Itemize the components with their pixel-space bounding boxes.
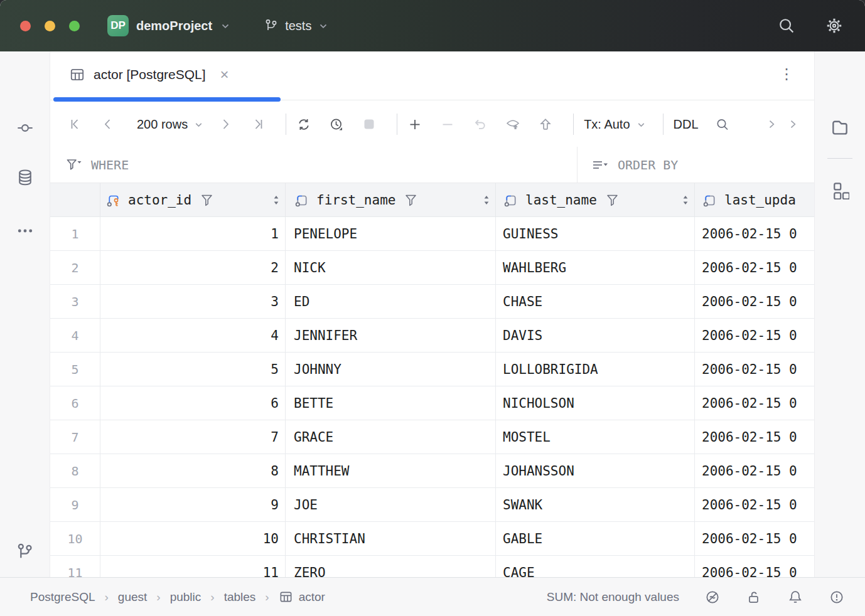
cell-last-update[interactable]: 2006-02-15 0 xyxy=(695,251,814,284)
tab-actor-postgresql[interactable]: actor [PostgreSQL] × xyxy=(63,51,235,97)
cell-last-update[interactable]: 2006-02-15 0 xyxy=(695,285,814,318)
search-icon[interactable] xyxy=(777,16,796,35)
commit-icon[interactable] xyxy=(16,119,34,137)
cell-last-update[interactable]: 2006-02-15 0 xyxy=(695,522,814,555)
page-size-selector[interactable]: 200 rows xyxy=(137,117,204,132)
unlocked-icon[interactable] xyxy=(746,589,762,605)
history-clock-icon[interactable] xyxy=(329,117,344,132)
cell-last-name[interactable]: GUINESS xyxy=(496,217,695,250)
cell-last-update[interactable]: 2006-02-15 0 xyxy=(695,319,814,352)
more-tool-windows-icon[interactable] xyxy=(16,222,34,240)
breadcrumb-public[interactable]: public xyxy=(170,590,201,604)
row-number[interactable]: 9 xyxy=(50,488,100,521)
submit-icon[interactable] xyxy=(538,117,553,132)
cell-actor-id[interactable]: 5 xyxy=(100,353,286,386)
row-number[interactable]: 11 xyxy=(50,556,100,577)
preview-changes-icon[interactable] xyxy=(505,117,520,132)
row-number[interactable]: 8 xyxy=(50,454,100,487)
cell-last-name[interactable]: MOSTEL xyxy=(496,420,695,454)
column-filter-funnel-icon[interactable] xyxy=(606,193,620,207)
row-number[interactable]: 10 xyxy=(50,522,100,555)
sort-toggle-icon[interactable] xyxy=(483,194,490,206)
cell-first-name[interactable]: ED xyxy=(286,285,496,318)
row-number[interactable]: 3 xyxy=(50,285,100,318)
column-filter-funnel-icon[interactable] xyxy=(404,193,418,207)
column-header-first-name[interactable]: first_name xyxy=(286,183,496,216)
close-tab-icon[interactable]: × xyxy=(220,67,229,82)
cell-last-name[interactable]: JOHANSSON xyxy=(496,454,695,487)
aggregate-status[interactable]: SUM: Not enough values xyxy=(547,590,679,604)
cell-actor-id[interactable]: 2 xyxy=(100,251,286,284)
chevron-right-icon[interactable] xyxy=(785,117,800,132)
cell-last-name[interactable]: NICHOLSON xyxy=(496,386,695,420)
git-tool-window-icon[interactable] xyxy=(15,542,35,562)
cell-last-update[interactable]: 2006-02-15 0 xyxy=(695,556,814,577)
row-number[interactable]: 4 xyxy=(50,319,100,352)
ddl-button[interactable]: DDL xyxy=(674,117,699,132)
cell-actor-id[interactable]: 4 xyxy=(100,319,286,352)
last-page-icon[interactable] xyxy=(250,117,266,132)
cell-last-name[interactable]: GABLE xyxy=(496,522,695,555)
row-number-header[interactable] xyxy=(50,183,100,216)
sort-toggle-icon[interactable] xyxy=(272,194,280,206)
breadcrumb-guest[interactable]: guest xyxy=(118,590,147,604)
row-number[interactable]: 2 xyxy=(50,251,100,284)
chevron-right-icon[interactable] xyxy=(764,117,779,132)
cell-last-name[interactable]: SWANK xyxy=(496,488,695,521)
cell-actor-id[interactable]: 7 xyxy=(100,420,286,454)
cell-last-update[interactable]: 2006-02-15 0 xyxy=(695,217,814,250)
cell-last-name[interactable]: CHASE xyxy=(496,285,695,318)
row-number[interactable]: 5 xyxy=(50,353,100,386)
column-filter-funnel-icon[interactable] xyxy=(200,193,214,207)
zoom-window-button[interactable] xyxy=(69,21,80,31)
minimize-window-button[interactable] xyxy=(45,21,55,31)
cell-actor-id[interactable]: 1 xyxy=(100,217,286,250)
sort-toggle-icon[interactable] xyxy=(682,194,689,206)
cell-first-name[interactable]: ZERO xyxy=(286,556,496,577)
search-icon[interactable] xyxy=(715,117,730,132)
cell-actor-id[interactable]: 11 xyxy=(100,556,286,577)
column-header-last-update[interactable]: last_upda xyxy=(695,183,814,216)
cell-first-name[interactable]: GRACE xyxy=(286,420,496,454)
cell-first-name[interactable]: JENNIFER xyxy=(286,319,496,352)
add-row-icon[interactable] xyxy=(407,117,422,132)
structure-icon[interactable] xyxy=(830,181,849,199)
cell-actor-id[interactable]: 8 xyxy=(100,454,286,487)
cell-last-update[interactable]: 2006-02-15 0 xyxy=(695,420,814,454)
order-by-input[interactable]: ORDER BY xyxy=(577,147,814,183)
column-header-last-name[interactable]: last_name xyxy=(496,183,695,216)
cell-last-update[interactable]: 2006-02-15 0 xyxy=(695,454,814,487)
column-header-actor-id[interactable]: actor_id xyxy=(100,183,286,216)
transaction-mode-selector[interactable]: Tx: Auto xyxy=(584,117,646,132)
project-widget[interactable]: DP demoProject xyxy=(107,15,231,36)
breadcrumb-tables[interactable]: tables xyxy=(224,590,256,604)
notifications-bell-icon[interactable] xyxy=(787,589,803,605)
exclamation-circle-icon[interactable] xyxy=(829,589,845,605)
cell-last-name[interactable]: CAGE xyxy=(496,556,695,577)
row-number[interactable]: 7 xyxy=(50,420,100,454)
cell-first-name[interactable]: JOE xyxy=(286,488,496,521)
refresh-icon[interactable] xyxy=(296,117,311,132)
breadcrumb-postgresql[interactable]: PostgreSQL xyxy=(30,590,95,604)
cell-first-name[interactable]: PENELOPE xyxy=(286,217,496,250)
vcs-widget[interactable]: tests xyxy=(264,18,329,33)
row-number[interactable]: 6 xyxy=(50,386,100,420)
cell-last-name[interactable]: LOLLOBRIGIDA xyxy=(496,353,695,386)
next-page-icon[interactable] xyxy=(218,117,233,132)
cell-last-update[interactable]: 2006-02-15 0 xyxy=(695,386,814,420)
row-number[interactable]: 1 xyxy=(50,217,100,250)
first-page-icon[interactable] xyxy=(68,117,83,132)
folder-icon[interactable] xyxy=(830,117,850,137)
cell-actor-id[interactable]: 3 xyxy=(100,285,286,318)
cell-actor-id[interactable]: 10 xyxy=(100,522,286,555)
cell-last-update[interactable]: 2006-02-15 0 xyxy=(695,488,814,521)
cell-last-name[interactable]: WAHLBERG xyxy=(496,251,695,284)
previous-page-icon[interactable] xyxy=(100,117,116,132)
database-icon[interactable] xyxy=(16,168,35,187)
cell-first-name[interactable]: NICK xyxy=(286,251,496,284)
close-window-button[interactable] xyxy=(20,21,31,31)
cell-first-name[interactable]: CHRISTIAN xyxy=(286,522,496,555)
cell-first-name[interactable]: MATTHEW xyxy=(286,454,496,487)
breadcrumb-actor[interactable]: actor xyxy=(279,590,325,604)
cell-first-name[interactable]: JOHNNY xyxy=(286,353,496,386)
